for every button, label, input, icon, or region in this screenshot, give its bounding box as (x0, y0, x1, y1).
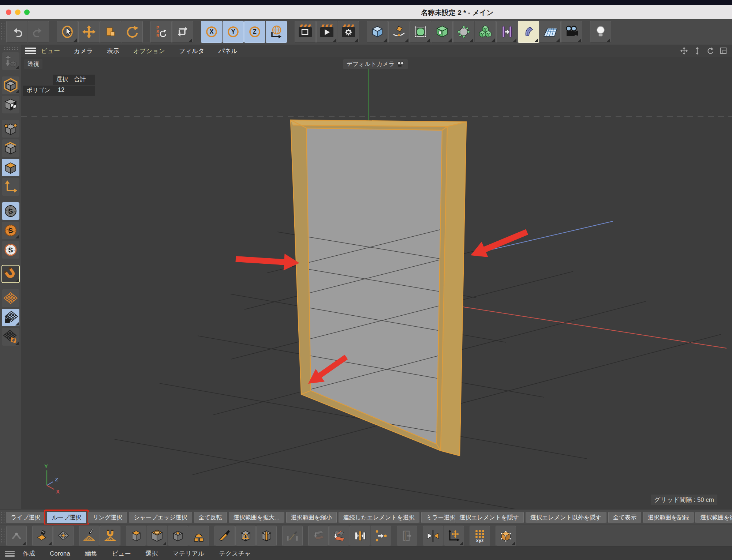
sidebar-drag-handle[interactable] (3, 46, 18, 50)
bottom-menu-item[interactable]: テクスチャ (219, 549, 251, 558)
set-flow-button[interactable] (329, 526, 350, 546)
orbit-view-icon[interactable] (706, 47, 714, 55)
redo-button[interactable] (28, 21, 49, 43)
selection-command-button[interactable]: シャープエッジ選択 (129, 512, 192, 523)
live-selection-button[interactable] (57, 21, 78, 43)
selection-command-button[interactable]: 選択範囲を縮小 (286, 512, 337, 523)
selection-command-button[interactable]: ループ選択 (47, 512, 86, 523)
line-cut-button[interactable] (282, 526, 303, 546)
edge-mode-button[interactable] (2, 139, 19, 157)
selection-command-button[interactable]: 全て表示 (608, 512, 641, 523)
bottom-menu-item[interactable]: ビュー (112, 549, 131, 558)
snap-modes-button[interactable]: S (2, 241, 19, 259)
lock-z-axis-button[interactable]: Z (244, 21, 265, 43)
extrude-inner-button[interactable] (147, 526, 167, 546)
bottom-menu-item[interactable]: 作成 (23, 549, 35, 558)
minimize-window-button[interactable] (15, 10, 20, 15)
matrix-extrude-button[interactable] (168, 526, 188, 546)
split-button[interactable] (308, 526, 329, 546)
lock-x-axis-button[interactable]: X (201, 21, 222, 43)
viewport-menu-item[interactable]: カメラ (74, 47, 93, 55)
psr-reset-button[interactable]: P S R (150, 21, 172, 43)
selection-command-button[interactable]: 選択範囲を記録 (643, 512, 694, 523)
workplane-mode-button[interactable] (2, 328, 19, 346)
bottom-menu-item[interactable]: 選択 (146, 549, 158, 558)
add-field-button[interactable] (496, 21, 518, 43)
selection-command-button[interactable]: 選択エレメント以外を隠す (526, 512, 606, 523)
viewport-3d-canvas[interactable]: Y Z X 透視 選択 合計 ポリゴン 12 (21, 57, 732, 509)
selection-command-button[interactable]: リング選択 (88, 512, 127, 523)
coordinate-system-button[interactable] (172, 21, 193, 43)
camera-label-chip[interactable]: デフォルトカメラ (343, 59, 408, 69)
magnet-tool-button[interactable] (100, 526, 120, 546)
brush-tool-button[interactable] (79, 526, 100, 546)
texture-mode-button[interactable] (2, 96, 19, 113)
lock-workplane-button[interactable] (2, 309, 19, 326)
polygon-pen-button[interactable] (32, 526, 53, 546)
add-floor-button[interactable] (539, 21, 561, 43)
add-volume-button[interactable] (475, 21, 496, 43)
toolbar-drag-handle[interactable] (1, 22, 5, 41)
zoom-window-button[interactable] (24, 10, 30, 15)
bottom-menu-item[interactable]: マテリアル (173, 549, 205, 558)
detach-button[interactable] (397, 526, 417, 546)
add-spline-pen-button[interactable] (388, 21, 410, 43)
xyz-coordinates-button[interactable]: xyz (470, 526, 490, 546)
extrude-button[interactable] (126, 526, 146, 546)
viewport-menu-item[interactable]: オプション (133, 47, 165, 55)
model-mode-button[interactable] (2, 76, 19, 94)
move-button[interactable] (78, 21, 100, 43)
rotate-button[interactable] (122, 21, 143, 43)
add-primitive-cube-button[interactable] (367, 21, 388, 43)
viewport-menu-item[interactable]: 表示 (107, 47, 119, 55)
snap-settings-button[interactable]: S (2, 222, 19, 239)
viewport-menu-item[interactable]: ビュー (41, 47, 60, 55)
bottom-menu-hamburger-icon[interactable] (5, 551, 15, 557)
selection-bar-drag-handle[interactable] (1, 511, 5, 523)
axis-transform-button[interactable] (444, 526, 464, 546)
render-to-picture-viewer-button[interactable] (316, 21, 337, 43)
mirror-button[interactable] (423, 526, 443, 546)
knife-button[interactable] (214, 526, 235, 546)
view-mode-label[interactable]: 透視 (24, 59, 42, 69)
close-window-button[interactable] (6, 10, 11, 15)
pan-view-icon[interactable] (680, 47, 688, 55)
poke-polygon-button[interactable] (235, 526, 256, 546)
selection-command-button[interactable]: 選択エレメントを隠す (455, 512, 524, 523)
render-view-button[interactable] (295, 21, 316, 43)
tools-bar-drag-handle[interactable] (1, 528, 5, 544)
selection-command-button[interactable]: 全て反転 (194, 512, 227, 523)
selection-command-button[interactable]: 選択範囲を復元 (695, 512, 732, 523)
dolly-view-icon[interactable] (693, 47, 701, 55)
undo-button[interactable] (6, 21, 27, 43)
make-editable-button[interactable] (2, 52, 19, 70)
point-mode-button[interactable] (2, 120, 19, 138)
weld-button[interactable] (350, 526, 370, 546)
subdivide-button[interactable] (53, 526, 74, 546)
magnet-snap-button[interactable] (2, 265, 19, 283)
enable-snap-button[interactable]: S (2, 202, 19, 220)
world-coordinate-button[interactable] (266, 21, 287, 43)
bottom-menu-item[interactable]: Corona (50, 550, 70, 557)
viewport-menu-hamburger-icon[interactable] (25, 48, 36, 54)
workplane-button[interactable] (2, 289, 19, 307)
add-generator-button[interactable] (432, 21, 453, 43)
scale-button[interactable] (100, 21, 121, 43)
selection-command-button[interactable]: 選択範囲を拡大... (229, 512, 284, 523)
frame-object[interactable] (160, 120, 646, 459)
active-modeling-tool-button[interactable] (518, 21, 539, 43)
maximize-view-icon[interactable] (720, 47, 728, 55)
selection-command-button[interactable]: ライブ選択 (6, 512, 45, 523)
point-cube-button[interactable] (496, 526, 516, 546)
bridge-button[interactable] (188, 526, 209, 546)
spread-points-button[interactable] (371, 526, 391, 546)
bottom-menu-item[interactable]: 編集 (85, 549, 97, 558)
bevel-tool-button[interactable] (6, 526, 27, 546)
slice-button[interactable] (256, 526, 277, 546)
selection-command-button[interactable]: 連続したエレメントを選択 (339, 512, 419, 523)
add-light-button[interactable] (590, 21, 611, 43)
viewport-menu-item[interactable]: パネル (219, 47, 238, 55)
lock-y-axis-button[interactable]: Y (223, 21, 244, 43)
axis-mode-button[interactable] (2, 178, 19, 196)
add-camera-button[interactable] (561, 21, 582, 43)
